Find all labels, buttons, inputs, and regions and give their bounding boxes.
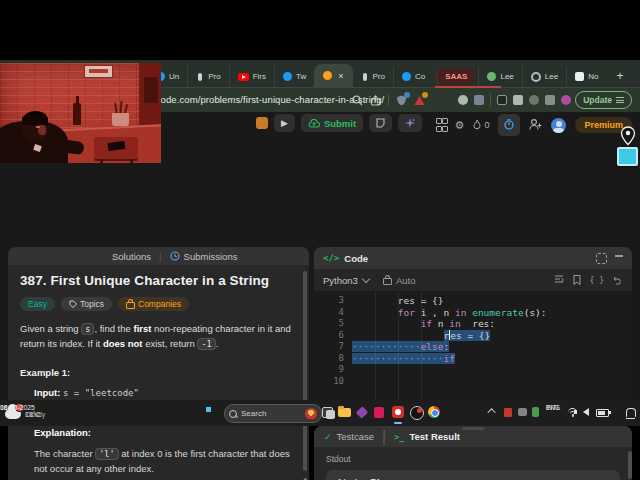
extension-icon[interactable] <box>513 95 523 105</box>
code-panel-header: </> Code <box>314 247 632 269</box>
language-select[interactable]: Python3 <box>323 275 369 286</box>
tray-expand-icon[interactable] <box>487 408 495 416</box>
volume-icon[interactable] <box>583 408 589 416</box>
browser-tab[interactable]: Pro <box>353 66 393 87</box>
notes-button[interactable] <box>369 114 392 132</box>
tray-icon[interactable] <box>518 408 527 416</box>
submit-button[interactable]: Submit <box>301 114 363 132</box>
topics-badge[interactable]: Topics <box>61 297 112 311</box>
chrome-icon[interactable] <box>428 406 440 418</box>
layout-icon[interactable] <box>436 118 446 132</box>
browser-tab[interactable]: SAAS <box>436 68 475 85</box>
inline-code: 'l' <box>95 448 118 460</box>
tab-label: Lee <box>545 72 558 81</box>
tray-icon[interactable] <box>532 407 539 417</box>
code-line[interactable]: 7············else: <box>314 341 632 353</box>
browser-tab[interactable]: Pro <box>187 66 228 87</box>
stdout-line: {'e': 7} <box>336 476 610 480</box>
obs-icon[interactable] <box>410 406 424 420</box>
tray-icon[interactable] <box>504 408 512 417</box>
tab-label: Un <box>169 72 179 81</box>
webcam-overlay <box>0 63 161 163</box>
minimize-button[interactable]: – <box>633 60 640 87</box>
code-line[interactable]: 6 res = {} <box>314 330 632 342</box>
difficulty-badge[interactable]: Easy <box>20 297 55 311</box>
tab-label: SAAS <box>445 72 467 81</box>
code-line[interactable]: 8················if <box>314 353 632 365</box>
tab-testcase[interactable]: ✓ Testcase <box>324 431 374 442</box>
undo-icon[interactable] <box>613 275 623 285</box>
taskbar-app-icon-active[interactable] <box>392 406 404 418</box>
line-number: 5 <box>314 318 352 330</box>
line-number: 9 <box>314 364 352 376</box>
invite-button[interactable] <box>529 116 542 134</box>
taskbar-app-icon[interactable] <box>356 406 369 419</box>
shield-extension-icon[interactable] <box>396 95 407 106</box>
extension-icon[interactable] <box>458 95 468 105</box>
extension-icon[interactable] <box>545 95 555 105</box>
code-line[interactable]: 9 <box>314 364 632 376</box>
tab-label: Lee <box>500 72 513 81</box>
code-line[interactable]: 5 if n in res: <box>314 318 632 330</box>
browser-tab[interactable]: Lee <box>478 66 521 87</box>
code-line[interactable]: 10 <box>314 376 632 388</box>
taskbar-search[interactable]: Search <box>224 404 322 423</box>
scrollbar[interactable] <box>628 451 632 479</box>
streak-counter[interactable]: 0 <box>473 120 489 130</box>
tab-solutions[interactable]: Solutions <box>112 251 151 262</box>
extension-icon[interactable] <box>529 95 539 105</box>
streak-count: 0 <box>484 120 489 130</box>
new-tab-button[interactable]: + <box>616 69 623 83</box>
note-icon <box>376 118 385 128</box>
divider <box>388 94 389 106</box>
zoom-icon[interactable] <box>352 95 363 106</box>
timer-button[interactable] <box>498 114 520 136</box>
braces-icon[interactable]: { } <box>590 276 604 285</box>
expand-icon[interactable] <box>596 253 607 264</box>
badge <box>404 92 410 98</box>
browser-tab[interactable]: No <box>566 66 606 87</box>
collapse-icon[interactable] <box>615 255 623 261</box>
code-editor[interactable]: 3 res = {}4 for i , n in enumerate(s):5 … <box>314 292 632 401</box>
profile-icon[interactable] <box>561 95 571 105</box>
webcam-stool-leg <box>130 159 133 163</box>
browser-tab[interactable]: Firs <box>229 66 274 87</box>
browser-tab[interactable]: Co <box>393 66 433 87</box>
adblock-extension-icon[interactable] <box>414 95 425 106</box>
daily-challenge-icon[interactable] <box>256 117 268 129</box>
browser-tab[interactable]: Lee <box>522 66 566 87</box>
share-icon[interactable] <box>370 95 381 106</box>
line-number: 10 <box>314 376 352 388</box>
twitter-favicon <box>402 72 411 81</box>
scrollbar[interactable] <box>303 271 307 471</box>
url-field[interactable]: leetcode.com/problems/first-unique-chara… <box>140 88 384 112</box>
update-button[interactable]: Update <box>575 91 632 109</box>
code-line[interactable]: 4 for i , n in enumerate(s): <box>314 307 632 319</box>
run-button[interactable]: ▶ <box>274 114 295 132</box>
tab-test-result[interactable]: >_ Test Result <box>394 431 460 442</box>
tab-close-icon[interactable]: × <box>338 71 343 81</box>
battery-icon[interactable] <box>596 409 609 417</box>
code-line[interactable]: 3 res = {} <box>314 295 632 307</box>
tab-label: No <box>588 72 598 81</box>
ai-assistant-button[interactable] <box>398 114 422 132</box>
editor-toolbar: Python3 Auto { } <box>314 269 632 292</box>
tab-submissions[interactable]: Submissions <box>170 251 238 262</box>
taskbar-app-icon[interactable] <box>374 407 384 418</box>
file-explorer-icon[interactable] <box>338 408 351 417</box>
panel-drag-handle[interactable] <box>462 427 484 430</box>
webcam-shelf-object <box>144 77 158 103</box>
scroll-down-icon[interactable]: ▾ <box>303 476 307 480</box>
companies-badge[interactable]: Companies <box>118 297 189 311</box>
gear-icon[interactable]: ⚙ <box>455 120 465 131</box>
twitter-favicon <box>283 72 292 81</box>
browser-tab[interactable]: Tw <box>274 66 314 87</box>
format-icon[interactable] <box>554 275 564 285</box>
notification-bell-icon[interactable] <box>626 408 636 417</box>
avatar[interactable] <box>551 118 566 133</box>
extension-icon[interactable] <box>474 95 484 105</box>
extension-icon[interactable] <box>497 95 507 105</box>
window-controls: – □ × <box>633 60 640 87</box>
browser-tab-active[interactable]: × <box>314 64 352 87</box>
bookmark-icon[interactable] <box>573 275 581 285</box>
